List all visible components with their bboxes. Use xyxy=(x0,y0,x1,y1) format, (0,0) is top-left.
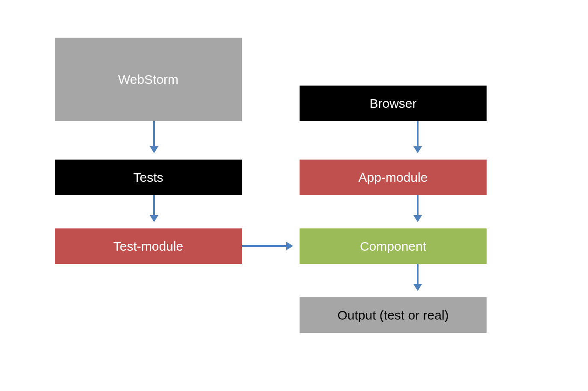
arrow-app-module-to-component xyxy=(417,195,419,221)
node-tests: Tests xyxy=(55,160,242,195)
node-browser: Browser xyxy=(300,86,487,121)
node-app-module: App-module xyxy=(300,160,487,195)
node-browser-label: Browser xyxy=(369,96,416,111)
arrow-tests-to-test-module xyxy=(153,195,155,221)
arrow-component-to-output xyxy=(417,264,419,290)
node-test-module-label: Test-module xyxy=(113,239,183,254)
arrow-test-module-to-component xyxy=(242,245,292,247)
node-tests-label: Tests xyxy=(133,170,163,185)
node-component: Component xyxy=(300,228,487,264)
arrow-webstorm-to-tests xyxy=(153,121,155,152)
arrow-browser-to-app-module xyxy=(417,121,419,152)
node-webstorm: WebStorm xyxy=(55,38,242,121)
node-component-label: Component xyxy=(360,239,426,254)
node-app-module-label: App-module xyxy=(359,170,428,185)
node-webstorm-label: WebStorm xyxy=(118,72,178,87)
node-output-label: Output (test or real) xyxy=(337,308,448,323)
node-test-module: Test-module xyxy=(55,228,242,264)
node-output: Output (test or real) xyxy=(300,297,487,333)
